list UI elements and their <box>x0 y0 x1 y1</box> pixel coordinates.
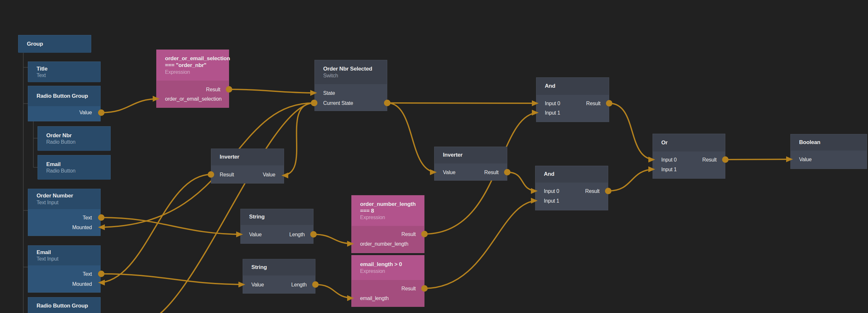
wire-arrow <box>532 100 539 106</box>
wire-arrow <box>347 241 354 247</box>
wire-arrow <box>347 295 354 301</box>
port-connection-dot <box>226 86 232 92</box>
wire-arrow <box>648 166 655 172</box>
wire-arrow <box>239 282 245 287</box>
wire-arrow <box>648 156 655 163</box>
port-connection-dot <box>421 285 428 292</box>
port-connection-dot <box>605 188 612 194</box>
wire-arrow <box>98 224 105 230</box>
port-connection-dot <box>311 100 317 106</box>
wire-arrow <box>531 198 538 204</box>
port-connection-dot <box>606 100 613 107</box>
port-connection-dot <box>98 214 104 221</box>
port-connection-dot <box>312 281 319 288</box>
wire-arrow <box>786 156 793 162</box>
port-connection-dot <box>421 231 428 237</box>
wire-arrow <box>236 231 243 237</box>
wire-arrow <box>531 188 538 194</box>
port-connection-dot <box>310 231 317 237</box>
port-connection-dot <box>208 171 214 178</box>
wire-arrow <box>281 173 288 178</box>
port-connection-dot <box>98 271 104 277</box>
wire-arrow <box>310 90 317 96</box>
port-connection-dot <box>98 109 104 116</box>
port-connection-dot <box>722 156 728 163</box>
wire-arrow <box>532 110 539 116</box>
wire-arrow <box>153 96 159 102</box>
port-connection-dot <box>504 169 510 175</box>
wire-arrow <box>98 280 105 285</box>
wire-arrow <box>430 169 437 175</box>
port-glyphs-layer <box>0 0 868 313</box>
node-graph-canvas[interactable]: GroupTitleTextRadio Button GroupValueOrd… <box>0 0 868 313</box>
port-connection-dot <box>384 100 391 106</box>
